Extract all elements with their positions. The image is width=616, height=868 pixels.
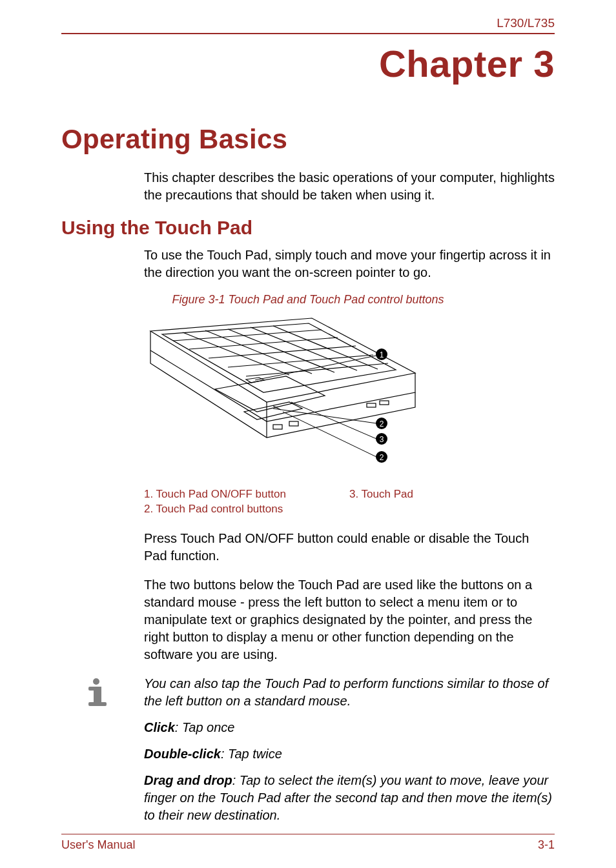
footer: User's Manual 3-1 — [61, 834, 555, 852]
svg-rect-25 — [94, 687, 101, 703]
callout-2a: 2 — [380, 419, 384, 429]
intro-paragraph: This chapter describes the basic operati… — [144, 169, 555, 204]
svg-rect-11 — [273, 425, 282, 429]
footer-rule — [61, 834, 555, 834]
figure-caption: Figure 3-1 Touch Pad and Touch Pad contr… — [61, 293, 555, 307]
chapter-title: Chapter 3 — [61, 42, 555, 85]
legend-item-2: 2. Touch Pad control buttons — [144, 502, 349, 517]
svg-line-16 — [273, 409, 376, 423]
info-click: Click: Tap once — [144, 719, 555, 736]
figure-diagram: 1 2 3 2 — [144, 312, 555, 482]
legend-item-1: 1. Touch Pad ON/OFF button — [144, 487, 349, 502]
figure-legend: 1. Touch Pad ON/OFF button 2. Touch Pad … — [144, 487, 555, 517]
paragraph-onoff: Press Touch Pad ON/OFF button could enab… — [144, 530, 555, 565]
info-p1: You can also tap the Touch Pad to perfor… — [144, 675, 555, 710]
main-title: Operating Basics — [61, 124, 555, 155]
svg-rect-13 — [367, 403, 376, 407]
svg-line-17 — [291, 402, 376, 439]
svg-rect-26 — [88, 702, 107, 706]
svg-point-23 — [93, 678, 99, 685]
paragraph-buttons: The two buttons below the Touch Pad are … — [144, 576, 555, 663]
svg-line-7 — [209, 346, 356, 358]
section-paragraph-1: To use the Touch Pad, simply touch and m… — [144, 247, 555, 281]
svg-line-8 — [228, 355, 373, 367]
page: L730/L735 Chapter 3 Operating Basics Thi… — [0, 0, 616, 868]
legend-item-3: 3. Touch Pad — [349, 487, 555, 502]
footer-page-number: 3-1 — [538, 838, 555, 852]
info-note: You can also tap the Touch Pad to perfor… — [79, 675, 555, 833]
section-title-touchpad: Using the Touch Pad — [61, 217, 555, 239]
info-double-click: Double-click: Tap twice — [144, 745, 555, 763]
header-rule — [61, 33, 555, 34]
svg-rect-14 — [380, 401, 389, 405]
info-icon — [79, 675, 118, 712]
laptop-touchpad-illustration: 1 2 3 2 — [144, 312, 428, 479]
footer-left: User's Manual — [61, 838, 135, 852]
svg-rect-12 — [289, 421, 298, 426]
callout-2b: 2 — [380, 453, 384, 462]
callout-1: 1 — [380, 350, 384, 359]
info-drag-drop: Drag and drop: Tap to select the item(s)… — [144, 772, 555, 824]
header-model: L730/L735 — [61, 16, 555, 33]
callout-3: 3 — [380, 435, 384, 444]
